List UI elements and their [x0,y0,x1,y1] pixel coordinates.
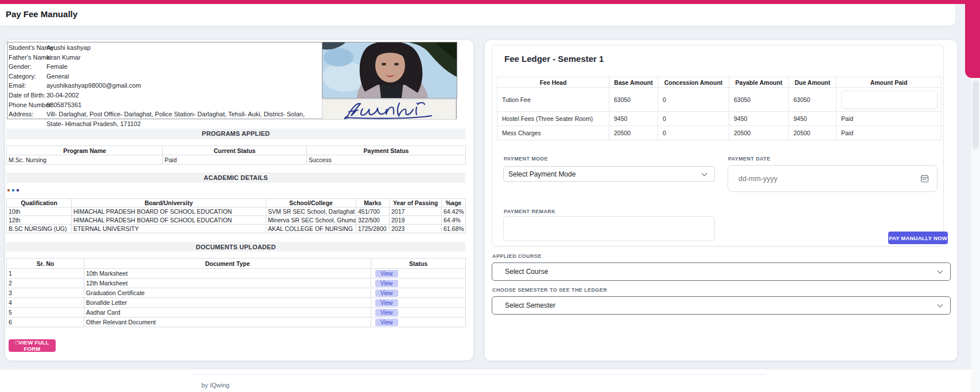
col-marks: Marks [356,199,390,207]
payment-date-field[interactable] [728,165,938,192]
table-header-row: Fee Head Base Amount Concession Amount P… [497,77,942,88]
applied-course-label: APPLIED COURSE [492,253,542,259]
col-due-amount: Due Amount [789,77,837,88]
col-percentage: %age [442,199,466,207]
payment-mode-select[interactable]: Select Payment Mode [503,166,715,182]
col-sr-no: Sr. No [7,258,84,269]
detail-row: Date of Birth:30-04-2002 [9,91,321,100]
applied-course-value: Select Course [492,268,938,276]
payment-remark-textarea[interactable] [503,216,715,241]
col-payment-status: Payment Status [307,146,466,155]
field-value: 9805875361 [46,100,81,110]
table-header-row: Sr. No Document Type Status [7,258,466,269]
student-details-box: Student's Name:Ayushi kashyap Father's N… [7,42,457,119]
detail-row: Father's Name:kiran Kumar [9,53,321,62]
table-row: 10thHIMACHAL PRADESH BOARD OF SCHOOL EDU… [7,207,466,216]
table-header-row: Qualification Board/University School/Co… [7,199,466,207]
fee-ledger-table: Fee Head Base Amount Concession Amount P… [497,77,942,140]
dot-icon [12,189,14,191]
col-board-university: Board/University [72,199,266,207]
table-row: 212th Marksheet View [7,279,466,288]
documents-table: Sr. No Document Type Status 110th Marksh… [6,258,466,327]
field-label: Address: [9,109,46,128]
col-status: Status [371,258,466,269]
payment-mode-value: Select Payment Mode [504,170,702,178]
field-value: Ayushi kashyap [46,43,91,53]
current-status-cell: Paid [163,155,307,164]
dot-icon [17,189,19,191]
col-current-status: Current Status [163,146,307,155]
view-document-button[interactable]: View [375,309,398,316]
detail-row: Student's Name:Ayushi kashyap [9,43,321,53]
payment-mode-label: PAYMENT MODE [504,156,548,162]
paid-status: Paid [837,126,942,140]
field-value: General [46,72,69,81]
table-row: 6Other Relevant Document View [7,317,466,327]
field-value: ayushikashyap98000@gmail.com [46,81,141,91]
col-school-college: School/College [266,199,356,207]
table-row: B.SC NURSING (UG)ETERNAL UNIVERSITYAKAL … [7,225,466,233]
view-document-button[interactable]: View [375,280,398,287]
documents-uploaded-heading: DOCUMENTS UPLOADED [6,242,465,252]
student-detail-rows: Student's Name:Ayushi kashyap Father's N… [9,43,321,128]
detail-row: Gender:Female [9,62,321,72]
payment-date-input[interactable] [728,175,920,183]
fee-ledger-heading: Fee Ledger - Semester 1 [504,54,604,64]
field-value: Vill- Darlaghat, Post Office- Darlaghat,… [46,109,321,128]
col-payable-amount: Payable Amount [729,77,789,88]
scrollbar-thumb[interactable] [973,80,979,149]
payment-status-cell: Success [307,155,466,164]
table-row: Tution Fee 63050 0 63050 63050 [497,88,942,112]
scrollbar[interactable] [971,78,980,392]
calendar-icon[interactable] [920,174,929,183]
col-amount-paid: Amount Paid [837,77,942,88]
col-base-amount: Base Amount [609,77,658,88]
detail-row: Category:General [9,72,321,81]
view-document-button[interactable]: View [375,289,398,297]
field-label: Gender: [9,62,46,72]
field-label: Category: [9,72,46,81]
fee-ledger-card: Fee Ledger - Semester 1 Fee Head Base Am… [485,40,957,360]
paid-status: Paid [837,112,942,126]
table-row: 110th Marksheet View [7,269,466,279]
detail-row: Address:Vill- Darlaghat, Post Office- Da… [9,109,321,128]
payment-remark-label: PAYMENT REMARK [504,209,555,214]
dot-icon [7,189,10,191]
table-row: Mess Charges 20500 0 20500 20500 Paid [497,126,942,140]
page-header: Pay Fee Manually [0,4,955,26]
page-title: Pay Fee Manually [6,9,77,19]
pay-manually-now-button[interactable]: PAY MANUALLY NOW [888,232,948,244]
choose-semester-select[interactable]: Select Semester [492,296,951,315]
field-label: Email: [9,81,46,91]
view-document-button[interactable]: View [375,270,398,277]
applied-course-select[interactable]: Select Course [492,262,951,281]
fee-ledger-panel: Fee Ledger - Semester 1 Fee Head Base Am… [492,45,944,246]
col-year-of-passing: Year of Passing [390,199,442,207]
table-row: 12thHIMACHAL PRADESH BOARD OF SCHOOL EDU… [7,216,466,225]
page-footer: by IQwing [0,370,980,392]
view-document-button[interactable]: View [375,319,398,326]
table-row: Hostel Fees (Three Seater Room) 9450 0 9… [497,112,942,126]
field-label: Student's Name: [9,43,46,53]
col-qualification: Qualification [7,199,72,207]
academic-details-heading: ACADEMIC DETAILS [6,173,465,183]
programs-table: Program Name Current Status Payment Stat… [6,146,466,164]
table-header-row: Program Name Current Status Payment Stat… [7,146,466,155]
chevron-down-icon [938,268,943,274]
field-value: Female [46,62,68,72]
program-name-cell: M.Sc. Nursing [7,155,163,164]
student-photo-illustration [322,42,457,98]
footer-divider [190,374,765,375]
view-document-button[interactable]: View [375,299,398,307]
choose-semester-value: Select Semester [492,301,938,309]
amount-paid-input[interactable] [841,91,938,109]
field-value: kiran Kumar [46,53,80,62]
choose-semester-label: CHOOSE SEMESTER TO SEE THE LEDGER [492,287,607,293]
signature-illustration [322,100,456,119]
top-accent-bar [0,0,980,4]
table-row: 4Bonafide Letter View [7,298,466,308]
table-row: 5Aadhar Card View [7,308,466,317]
col-concession-amount: Concession Amount [658,77,729,88]
view-full-form-button[interactable]: □VIEW FULL FORM [9,339,56,352]
student-summary-card: Student's Name:Ayushi kashyap Father's N… [5,40,473,360]
